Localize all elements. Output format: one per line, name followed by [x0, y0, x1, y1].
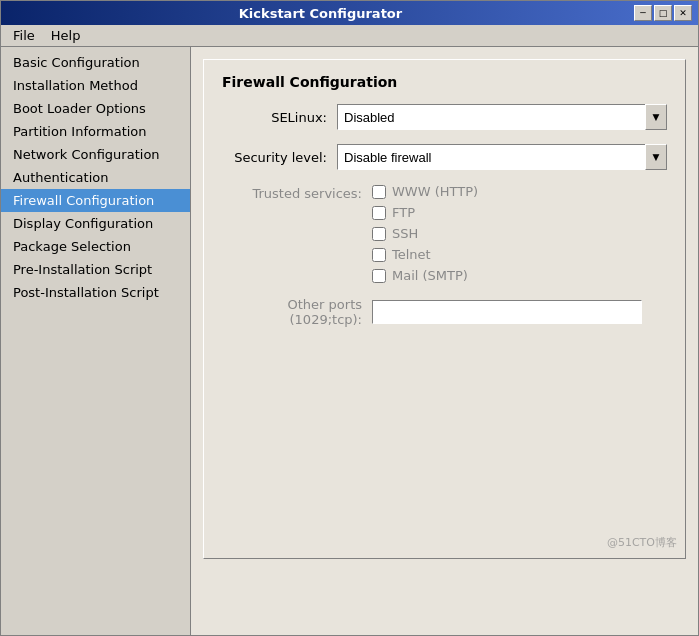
- security-level-select-wrapper: Disable firewall Enable firewall No fire…: [337, 144, 667, 170]
- other-ports-input[interactable]: [372, 300, 642, 324]
- service-ftp-label: FTP: [392, 205, 415, 220]
- firewall-config-panel: Firewall Configuration SELinux: Disabled…: [203, 59, 686, 559]
- sidebar-item-partition[interactable]: Partition Information: [1, 120, 190, 143]
- maximize-button[interactable]: □: [654, 5, 672, 21]
- service-telnet-label: Telnet: [392, 247, 431, 262]
- security-level-label: Security level:: [222, 150, 337, 165]
- other-ports-row: Other ports (1029;tcp):: [222, 297, 667, 327]
- service-ssh-checkbox[interactable]: [372, 227, 386, 241]
- sidebar-item-basic[interactable]: Basic Configuration: [1, 51, 190, 74]
- watermark: @51CTO博客: [607, 535, 677, 550]
- service-ssh-row[interactable]: SSH: [372, 226, 478, 241]
- sidebar-item-firewall[interactable]: Firewall Configuration: [1, 189, 190, 212]
- other-ports-label: Other ports (1029;tcp):: [222, 297, 372, 327]
- menu-bar: File Help: [1, 25, 698, 47]
- service-telnet-row[interactable]: Telnet: [372, 247, 478, 262]
- sidebar-item-packages[interactable]: Package Selection: [1, 235, 190, 258]
- service-smtp-checkbox[interactable]: [372, 269, 386, 283]
- sidebar: Basic Configuration Installation Method …: [1, 47, 191, 635]
- sidebar-item-postscript[interactable]: Post-Installation Script: [1, 281, 190, 304]
- minimize-button[interactable]: ─: [634, 5, 652, 21]
- service-ssh-label: SSH: [392, 226, 418, 241]
- trusted-services-list: WWW (HTTP) FTP SSH Telnet: [372, 184, 478, 283]
- sidebar-item-network[interactable]: Network Configuration: [1, 143, 190, 166]
- sidebar-item-auth[interactable]: Authentication: [1, 166, 190, 189]
- section-title: Firewall Configuration: [222, 74, 667, 90]
- security-level-select[interactable]: Disable firewall Enable firewall No fire…: [337, 144, 667, 170]
- window-controls: ─ □ ✕: [634, 5, 692, 21]
- close-button[interactable]: ✕: [674, 5, 692, 21]
- main-window: Kickstart Configurator ─ □ ✕ File Help B…: [0, 0, 699, 636]
- selinux-select-wrapper: Disabled Enforcing Permissive ▼: [337, 104, 667, 130]
- trusted-services-section: Trusted services: WWW (HTTP) FTP SSH: [222, 184, 667, 283]
- sidebar-item-bootloader[interactable]: Boot Loader Options: [1, 97, 190, 120]
- service-ftp-checkbox[interactable]: [372, 206, 386, 220]
- sidebar-item-install[interactable]: Installation Method: [1, 74, 190, 97]
- service-www-checkbox[interactable]: [372, 185, 386, 199]
- service-smtp-row[interactable]: Mail (SMTP): [372, 268, 478, 283]
- selinux-row: SELinux: Disabled Enforcing Permissive ▼: [222, 104, 667, 130]
- window-title: Kickstart Configurator: [7, 6, 634, 21]
- menu-help[interactable]: Help: [43, 26, 89, 45]
- main-panel: Firewall Configuration SELinux: Disabled…: [191, 47, 698, 635]
- sidebar-item-display[interactable]: Display Configuration: [1, 212, 190, 235]
- content-area: Basic Configuration Installation Method …: [1, 47, 698, 635]
- selinux-label: SELinux:: [222, 110, 337, 125]
- service-ftp-row[interactable]: FTP: [372, 205, 478, 220]
- sidebar-item-prescript[interactable]: Pre-Installation Script: [1, 258, 190, 281]
- trusted-services-label: Trusted services:: [222, 184, 372, 283]
- title-bar: Kickstart Configurator ─ □ ✕: [1, 1, 698, 25]
- service-www-label: WWW (HTTP): [392, 184, 478, 199]
- service-smtp-label: Mail (SMTP): [392, 268, 468, 283]
- security-level-row: Security level: Disable firewall Enable …: [222, 144, 667, 170]
- selinux-select[interactable]: Disabled Enforcing Permissive: [337, 104, 667, 130]
- service-telnet-checkbox[interactable]: [372, 248, 386, 262]
- menu-file[interactable]: File: [5, 26, 43, 45]
- service-www-row[interactable]: WWW (HTTP): [372, 184, 478, 199]
